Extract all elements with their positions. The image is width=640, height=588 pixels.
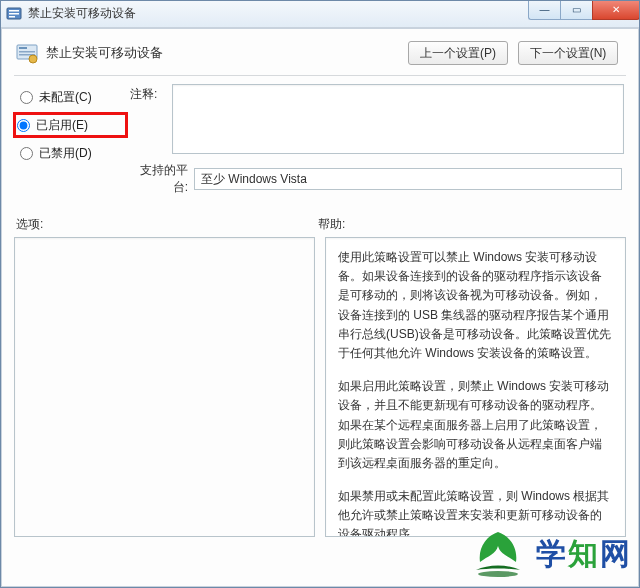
svg-rect-5 [19,47,27,49]
next-setting-button[interactable]: 下一个设置(N) [518,41,618,65]
header-row: 禁止安装可移动设备 上一个设置(P) 下一个设置(N) [2,29,638,75]
svg-point-9 [478,571,518,577]
radio-disabled[interactable]: 已禁用(D) [16,140,128,166]
title-bar: 禁止安装可移动设备 — ▭ ✕ [0,0,640,28]
svg-rect-2 [9,13,19,15]
svg-rect-6 [19,51,35,53]
watermark-text: 学知网 [536,534,632,575]
watermark: 学知网 [468,526,632,582]
platform-label: 支持的平台: [128,162,194,196]
radio-enabled-label: 已启用(E) [36,117,88,134]
window-buttons: — ▭ ✕ [528,0,640,20]
svg-point-8 [29,55,37,63]
close-button[interactable]: ✕ [592,0,640,20]
radio-not-configured[interactable]: 未配置(C) [16,84,128,110]
radio-disabled-label: 已禁用(D) [39,145,92,162]
group-policy-icon [16,42,38,64]
policy-title: 禁止安装可移动设备 [46,44,408,62]
maximize-button[interactable]: ▭ [560,0,592,20]
radio-not-configured-label: 未配置(C) [39,89,92,106]
configuration-area: 未配置(C) 已启用(E) 已禁用(D) 注释: 支持的平台: 至少 Windo… [2,84,638,202]
help-paragraph: 如果启用此策略设置，则禁止 Windows 安装可移动设备，并且不能更新现有可移… [338,377,613,473]
policy-icon [6,6,22,22]
radio-enabled[interactable]: 已启用(E) [13,112,128,138]
options-pane [14,237,315,537]
minimize-button[interactable]: — [528,0,560,20]
radio-enabled-input[interactable] [17,119,30,132]
radio-disabled-input[interactable] [20,147,33,160]
comment-label: 注释: [130,86,157,103]
help-heading: 帮助: [318,216,345,233]
comment-textarea[interactable] [172,84,624,154]
divider [14,75,626,76]
radio-not-configured-input[interactable] [20,91,33,104]
previous-setting-button[interactable]: 上一个设置(P) [408,41,508,65]
platform-value: 至少 Windows Vista [194,168,622,190]
options-heading: 选项: [16,216,318,233]
client-area: 禁止安装可移动设备 上一个设置(P) 下一个设置(N) 未配置(C) 已启用(E… [1,28,639,587]
watermark-logo-icon [468,526,528,582]
help-paragraph: 使用此策略设置可以禁止 Windows 安装可移动设备。如果设备连接到的设备的驱… [338,248,613,363]
svg-rect-1 [9,10,19,12]
svg-rect-3 [9,16,15,18]
help-pane: 使用此策略设置可以禁止 Windows 安装可移动设备。如果设备连接到的设备的驱… [325,237,626,537]
